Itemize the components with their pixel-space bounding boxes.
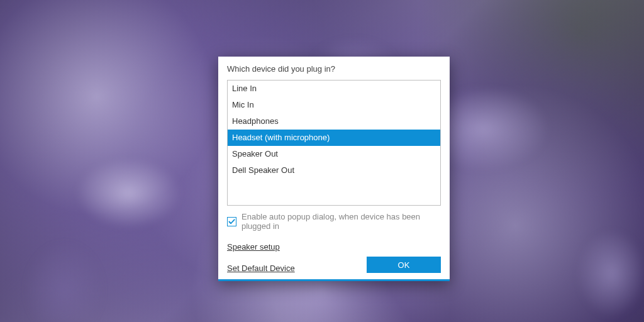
- device-item-mic-in[interactable]: Mic In: [228, 97, 440, 113]
- device-item-speaker-out[interactable]: Speaker Out: [228, 146, 440, 162]
- auto-popup-row: Enable auto popup dialog, when device ha…: [227, 212, 441, 231]
- dialog-footer: Speaker setup Set Default Device OK: [227, 242, 441, 273]
- desktop-background: Which device did you plug in? Line In Mi…: [0, 0, 644, 322]
- device-item-headphones[interactable]: Headphones: [228, 113, 440, 130]
- auto-popup-label: Enable auto popup dialog, when device ha…: [242, 212, 441, 231]
- device-item-headset[interactable]: Headset (with microphone): [228, 130, 440, 146]
- set-default-device-link[interactable]: Set Default Device: [227, 264, 295, 273]
- dialog-title: Which device did you plug in?: [227, 64, 441, 74]
- checkmark-icon: [228, 218, 235, 225]
- device-list[interactable]: Line In Mic In Headphones Headset (with …: [227, 80, 441, 206]
- device-item-dell-speaker-out[interactable]: Dell Speaker Out: [228, 162, 440, 179]
- bottom-row: Set Default Device OK: [227, 257, 441, 273]
- device-item-line-in[interactable]: Line In: [228, 80, 440, 97]
- audio-device-dialog: Which device did you plug in? Line In Mi…: [218, 57, 450, 281]
- speaker-setup-link[interactable]: Speaker setup: [227, 242, 280, 252]
- ok-button[interactable]: OK: [367, 257, 441, 273]
- auto-popup-checkbox[interactable]: [227, 217, 236, 226]
